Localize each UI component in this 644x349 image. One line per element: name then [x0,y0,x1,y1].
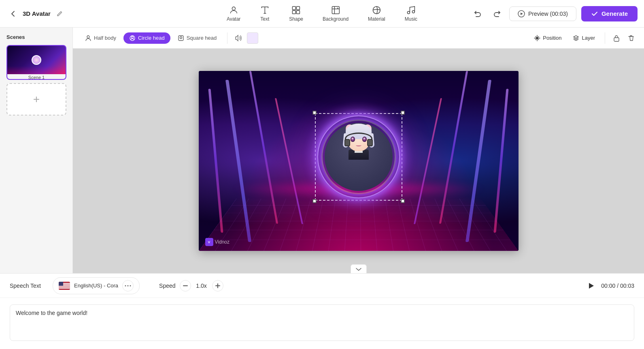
undo-button[interactable] [470,6,485,21]
svg-rect-15 [179,36,183,41]
anime-girl [325,123,393,191]
generate-button[interactable]: Generate [581,6,638,21]
layer-button[interactable]: Layer [568,32,600,44]
svg-rect-4 [297,11,300,14]
avatar-controls-bar: Half body Circle head Square head [73,28,644,49]
scene-thumbnail-1 [7,46,66,74]
voice-name: English(US) - Cora [74,283,118,289]
voice-selector[interactable]: English(US) - Cora [53,277,140,294]
top-toolbar: 3D Avatar Avatar Text Shape [0,0,644,28]
svg-point-16 [180,36,182,39]
toolbar-background[interactable]: Background [319,4,352,24]
tab-circlehead[interactable]: Circle head [123,32,170,44]
svg-point-0 [232,7,235,10]
speech-controls: Speech Text English(US) - Cora Speed 1.0… [0,274,644,298]
girl-head [347,127,370,151]
tab-squarehead[interactable]: Square head [172,32,222,44]
divider-2 [605,32,605,44]
speed-label: Speed [159,283,175,289]
color-picker[interactable] [247,32,258,44]
headphone-left [344,139,350,146]
speed-section: Speed 1.0x [159,280,223,291]
back-button[interactable] [6,7,19,20]
redo-button[interactable] [490,6,504,21]
svg-marker-11 [521,13,523,15]
canvas-stage: V Vidnoz [73,49,644,273]
divider-1 [227,32,227,44]
avatar-circle-inner [325,123,393,191]
volume-button[interactable] [232,32,245,45]
toolbar-material[interactable]: Material [365,4,389,24]
speech-text-area [0,298,644,349]
speed-value: 1.0x [195,283,208,289]
svg-marker-24 [589,283,594,289]
handle-br[interactable] [401,199,405,203]
collapse-panel-button[interactable] [351,264,367,273]
lock-button[interactable] [610,32,623,45]
delete-button[interactable] [625,32,638,45]
left-sidebar: Scenes Scene 1 + [0,28,73,273]
vidnoz-logo: V [205,238,213,246]
main-layout: Scenes Scene 1 + Half body [0,28,644,273]
speech-text-label: Speech Text [10,283,46,289]
tab-halfbody[interactable]: Half body [79,32,122,44]
play-button[interactable] [586,280,597,291]
headphones [345,133,372,145]
preview-label: Preview (00:03) [528,11,568,17]
scene-item-1[interactable]: Scene 1 [6,45,66,80]
svg-point-9 [412,11,414,13]
time-display: 00:00 / 00:03 [601,283,634,289]
voice-more-button[interactable] [122,280,134,291]
svg-point-18 [125,285,126,286]
position-button[interactable]: Position [529,32,566,44]
toolbar-left: 3D Avatar [6,7,65,20]
generate-label: Generate [601,10,628,17]
svg-rect-17 [614,38,619,41]
canvas-frame[interactable]: V Vidnoz [199,71,519,251]
svg-point-19 [128,285,129,286]
handle-tl[interactable] [312,111,317,115]
pillar-right-1 [493,89,508,233]
add-scene-button[interactable]: + [6,83,66,116]
speed-increase-button[interactable] [212,280,223,291]
vidnoz-watermark: V Vidnoz [205,238,230,246]
toolbar-shape[interactable]: Shape [286,4,306,24]
girl-body [342,123,375,191]
svg-rect-3 [293,11,296,14]
svg-rect-1 [293,6,296,10]
canvas-area: Half body Circle head Square head [73,28,644,273]
svg-point-14 [131,36,133,38]
headphone-right [367,139,373,146]
toolbar-avatar[interactable]: Avatar [223,4,244,24]
svg-point-12 [87,36,89,38]
playback-section: 00:00 / 00:03 [586,280,634,291]
svg-point-7 [373,6,380,14]
flag-us [59,282,70,290]
project-title: 3D Avatar [23,10,51,17]
speed-decrease-button[interactable] [180,280,191,291]
svg-point-8 [407,11,410,14]
toolbar-center: Avatar Text Shape Background [223,4,421,24]
scenes-title: Scenes [6,34,66,40]
speech-textarea[interactable] [10,304,634,341]
pillar-left-1 [208,89,223,233]
preview-button[interactable]: Preview (00:03) [509,6,576,21]
handle-bl[interactable] [312,199,317,203]
svg-point-20 [130,285,131,286]
toolbar-music[interactable]: Music [402,4,421,24]
toolbar-right: Preview (00:03) Generate [470,6,638,21]
scene-1-label: Scene 1 [7,74,66,80]
handle-tr[interactable] [401,111,405,115]
svg-rect-2 [297,6,300,10]
avatar-element[interactable] [318,116,399,197]
watermark-text: Vidnoz [215,239,230,245]
toolbar-text[interactable]: Text [257,4,273,24]
floor-grid [199,199,519,251]
svg-rect-5 [332,6,339,14]
edit-title-button[interactable] [54,8,65,19]
bottom-panel: Speech Text English(US) - Cora Speed 1.0… [0,273,644,349]
